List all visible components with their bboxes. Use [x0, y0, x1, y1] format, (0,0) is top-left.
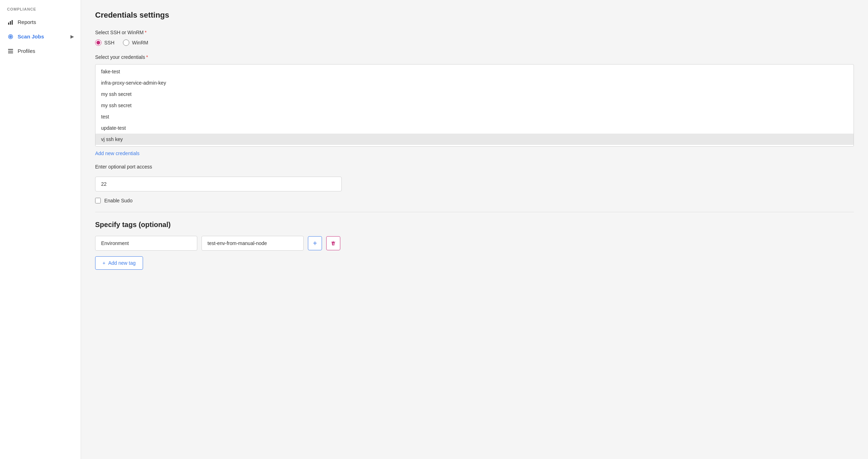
sidebar-item-profiles-label: Profiles: [18, 48, 35, 54]
sidebar-item-scan-jobs[interactable]: Scan Jobs ▶: [0, 29, 81, 44]
port-section: Enter optional port access: [95, 164, 854, 191]
port-label: Enter optional port access: [95, 164, 854, 170]
add-new-tag-button[interactable]: + Add new tag: [95, 256, 143, 270]
sidebar-item-profiles[interactable]: Profiles: [0, 44, 81, 58]
svg-rect-0: [8, 23, 9, 25]
svg-rect-7: [8, 51, 13, 51]
plus-icon: +: [103, 260, 105, 266]
ssh-radio[interactable]: [95, 39, 101, 46]
credentials-list[interactable]: fake-test infra-proxy-service-admin-key …: [95, 64, 854, 147]
port-input[interactable]: [95, 177, 342, 191]
enable-sudo-label[interactable]: Enable Sudo: [104, 198, 132, 203]
credential-my-ssh-1[interactable]: my ssh secret: [95, 88, 854, 100]
enable-sudo-row: Enable Sudo: [95, 198, 854, 203]
add-new-credentials-link[interactable]: Add new credentials: [95, 151, 140, 156]
sidebar-section-label: COMPLIANCE: [0, 7, 81, 15]
svg-rect-1: [10, 21, 11, 25]
svg-point-5: [10, 36, 11, 37]
credential-update-test[interactable]: update-test: [95, 122, 854, 134]
credentials-section: Select your credentials* fake-test infra…: [95, 54, 854, 164]
page-title: Credentials settings: [95, 11, 854, 20]
ssh-winrm-section: Select SSH or WinRM* SSH WinRM: [95, 30, 854, 46]
tag-delete-button[interactable]: [326, 236, 340, 250]
ssh-winrm-radio-group: SSH WinRM: [95, 39, 854, 46]
winrm-label: WinRM: [132, 40, 148, 45]
tags-section: Specify tags (optional) + + Add new tag: [95, 221, 854, 270]
svg-rect-6: [8, 49, 13, 50]
credential-fake-test[interactable]: fake-test: [95, 66, 854, 77]
tag-row-0: +: [95, 236, 854, 251]
radar-icon: [7, 34, 14, 39]
profiles-icon: [7, 48, 14, 54]
add-new-tag-label: Add new tag: [108, 260, 136, 266]
enable-sudo-checkbox[interactable]: [95, 198, 101, 203]
tag-key-input[interactable]: [95, 236, 197, 251]
credential-my-ssh-2[interactable]: my ssh secret: [95, 100, 854, 111]
section-divider: [95, 212, 854, 212]
ssh-winrm-label: Select SSH or WinRM*: [95, 30, 854, 35]
ssh-radio-option[interactable]: SSH: [95, 39, 114, 46]
sidebar-item-reports-label: Reports: [18, 19, 36, 25]
tag-add-button[interactable]: +: [308, 236, 322, 250]
credential-infra-proxy[interactable]: infra-proxy-service-admin-key: [95, 77, 854, 88]
chevron-right-icon: ▶: [70, 34, 74, 39]
tags-title: Specify tags (optional): [95, 221, 854, 229]
credentials-label: Select your credentials*: [95, 54, 854, 60]
main-content: Credentials settings Select SSH or WinRM…: [81, 0, 868, 459]
tag-value-input[interactable]: [202, 236, 304, 251]
bar-chart-icon: [7, 19, 14, 25]
credential-test[interactable]: test: [95, 111, 854, 122]
credential-vj-ssh-key[interactable]: vj ssh key: [95, 134, 854, 145]
svg-rect-2: [12, 20, 13, 25]
sidebar: COMPLIANCE Reports Scan Jobs ▶: [0, 0, 81, 459]
sidebar-item-reports[interactable]: Reports: [0, 15, 81, 29]
winrm-radio-option[interactable]: WinRM: [123, 39, 148, 46]
sidebar-item-scan-jobs-label: Scan Jobs: [18, 33, 44, 39]
winrm-radio[interactable]: [123, 39, 129, 46]
svg-rect-8: [8, 53, 13, 53]
ssh-label: SSH: [104, 40, 114, 45]
